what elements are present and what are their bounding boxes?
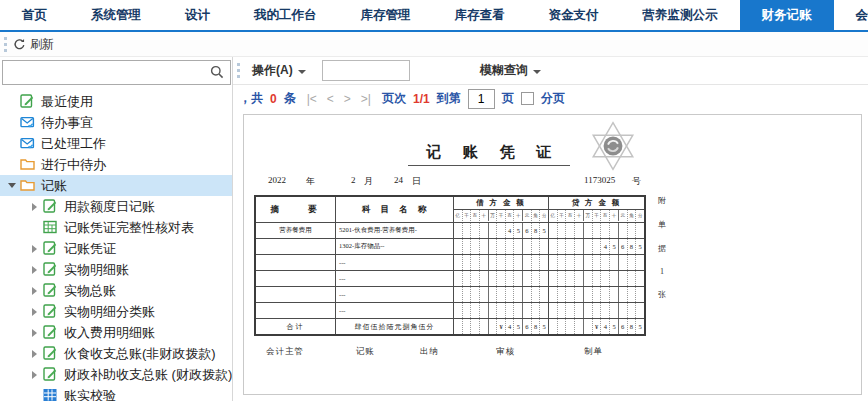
doc-edit-icon	[43, 262, 59, 277]
prev-page-button[interactable]: <	[327, 92, 334, 106]
attach-char: 附	[658, 195, 666, 206]
voucher-year-unit: 年	[306, 175, 315, 188]
chevron-down-icon[interactable]	[5, 179, 18, 192]
sidebar-item-physical-detail-ledger[interactable]: 实物明细账	[0, 259, 232, 280]
credit-header: 贷 方 金 额	[549, 197, 644, 210]
tree-item-label: 记账凭证	[64, 240, 116, 258]
doc-edit-icon	[43, 304, 59, 319]
summary-header: 摘 要	[256, 197, 336, 222]
row-debit-digits	[454, 303, 549, 318]
sidebar-item-in-progress[interactable]: 进行中待办	[0, 154, 232, 175]
chevron-right-icon[interactable]	[28, 284, 41, 297]
fuzzy-query-button[interactable]: 模糊查询	[474, 62, 547, 79]
sig-reviewer: 审核	[496, 346, 515, 358]
goto-page-input[interactable]	[468, 89, 495, 109]
attach-char: 单	[658, 219, 666, 230]
nav-tab-label: 营养监测公示	[643, 7, 718, 24]
sidebar-item-physical-classified-ledger[interactable]: 实物明细分类账	[0, 301, 232, 322]
tree-item-label: 待办事宜	[41, 114, 93, 132]
tree-item-label: 账实校验	[64, 387, 116, 401]
star-emblem-logo	[586, 119, 640, 177]
voucher-number-unit: 号	[632, 175, 641, 188]
next-page-button[interactable]: >	[344, 92, 351, 106]
folder-icon	[20, 178, 36, 193]
search-icon[interactable]	[210, 65, 224, 83]
nav-tab-workbench[interactable]: 我的工作台	[232, 0, 339, 30]
sidebar-item-income-expense-detail[interactable]: 收入费用明细账	[0, 322, 232, 343]
chevron-right-icon[interactable]	[28, 368, 41, 381]
nav-tab-system[interactable]: 系统管理	[69, 0, 163, 30]
row-subject: ---	[336, 271, 454, 286]
main-panel: 操作(A) 模糊查询 ，共 0 条 |< < > >| 页次 1/1 到第 页	[233, 57, 868, 401]
doc-edit-icon	[43, 283, 59, 298]
sidebar-item-bookkeeping[interactable]: 记账	[0, 175, 232, 196]
chevron-right-icon[interactable]	[28, 326, 41, 339]
mail-icon	[20, 115, 36, 130]
sidebar-item-todo[interactable]: 待办事宜	[0, 112, 232, 133]
voucher-table: 摘 要 科 目 名 称 借 方 金 额 亿千百十万千百十元角分 贷 方 金 额 …	[254, 195, 646, 336]
sidebar-item-meal-general-ledger[interactable]: 伙食收支总账(非财政拨款)	[0, 343, 232, 364]
nav-tab-financial-accounting[interactable]: 财务记账	[740, 0, 834, 30]
sidebar-item-voucher[interactable]: 记账凭证	[0, 238, 232, 259]
chevron-right-icon[interactable]	[28, 347, 41, 360]
row-credit-digits: 45685	[549, 239, 644, 254]
sidebar-item-processed[interactable]: 已处理工作	[0, 133, 232, 154]
sidebar-item-subsidy-general-ledger[interactable]: 财政补助收支总账 (财政拨款)	[0, 364, 232, 385]
row-credit-digits	[549, 303, 644, 318]
refresh-icon	[13, 38, 26, 51]
query-input[interactable]	[322, 60, 410, 81]
pagination-bar: ，共 0 条 |< < > >| 页次 1/1 到第 页 分页	[233, 85, 868, 112]
chevron-right-icon[interactable]	[28, 242, 41, 255]
record-count: 0	[270, 92, 277, 106]
tree-item-label: 实物明细账	[64, 261, 129, 279]
chevron-right-icon[interactable]	[28, 200, 41, 213]
sidebar-item-daily-quota-ledger[interactable]: 用款额度日记账	[0, 196, 232, 217]
action-menu-button[interactable]: 操作(A)	[246, 62, 312, 79]
pager-arrows: |< < > >|	[307, 92, 371, 106]
nav-tab-home[interactable]: 首页	[0, 0, 69, 30]
search-input[interactable]	[2, 60, 231, 85]
action-menu-label: 操作(A)	[252, 62, 293, 79]
debit-unit-cells: 亿千百十万千百十元角分	[454, 210, 548, 221]
folder-icon	[20, 157, 36, 172]
tree-item-label: 已处理工作	[41, 135, 106, 153]
nav-tab-inventory-mgmt[interactable]: 库存管理	[339, 0, 433, 30]
sidebar-item-physical-general-ledger[interactable]: 实物总账	[0, 280, 232, 301]
record-unit: 条	[284, 90, 296, 107]
nav-tab-funds-payment[interactable]: 资金支付	[527, 0, 621, 30]
voucher-row: ---	[256, 270, 644, 286]
tree-item-label: 用款额度日记账	[64, 198, 155, 216]
row-credit-digits	[549, 271, 644, 286]
nav-tab-accounting-reports[interactable]: 会计报表	[834, 0, 868, 30]
chevron-right-icon[interactable]	[28, 263, 41, 276]
page-value: 1/1	[413, 92, 430, 106]
voucher-total-row: 合计 肆佰伍拾陆元捌角伍分 ¥45685 ¥45685	[256, 318, 644, 334]
doc-edit-icon	[43, 325, 59, 340]
sidebar-item-ledger-verification[interactable]: 账实校验	[0, 385, 232, 401]
voucher-paper: 记 账 凭 证 2022 年 2 月 24 日 1173025 号 摘 要	[243, 114, 862, 395]
nav-tab-label: 库存管理	[361, 7, 411, 24]
action-toolbar: 操作(A) 模糊查询	[233, 57, 868, 85]
first-page-button[interactable]: |<	[307, 92, 317, 106]
sidebar-item-recent[interactable]: 最近使用	[0, 91, 232, 112]
subject-header: 科 目 名 称	[336, 197, 454, 222]
row-summary	[256, 287, 336, 302]
nav-tab-design[interactable]: 设计	[163, 0, 232, 30]
signature-line: 会计主管 记账 出纳 审核 制单	[254, 346, 654, 360]
nav-tab-nutrition-publicity[interactable]: 营养监测公示	[621, 0, 740, 30]
paging-checkbox[interactable]	[521, 92, 534, 105]
tree-item-label: 记账凭证完整性核对表	[64, 219, 194, 237]
row-debit-digits: 45685	[454, 223, 549, 238]
chevron-right-icon[interactable]	[28, 305, 41, 318]
row-debit-digits	[454, 255, 549, 270]
nav-tab-label: 财务记账	[762, 7, 812, 24]
tree-item-label: 最近使用	[41, 93, 93, 111]
sidebar-item-voucher-integrity-check[interactable]: 记账凭证完整性核对表	[0, 217, 232, 238]
doc-edit-icon	[20, 94, 36, 109]
toolbar-grip	[237, 63, 241, 78]
refresh-button[interactable]: 刷新	[13, 36, 54, 53]
voucher-row: ---	[256, 254, 644, 270]
caret-down-icon	[298, 70, 306, 74]
nav-tab-inventory-view[interactable]: 库存查看	[433, 0, 527, 30]
last-page-button[interactable]: >|	[361, 92, 371, 106]
